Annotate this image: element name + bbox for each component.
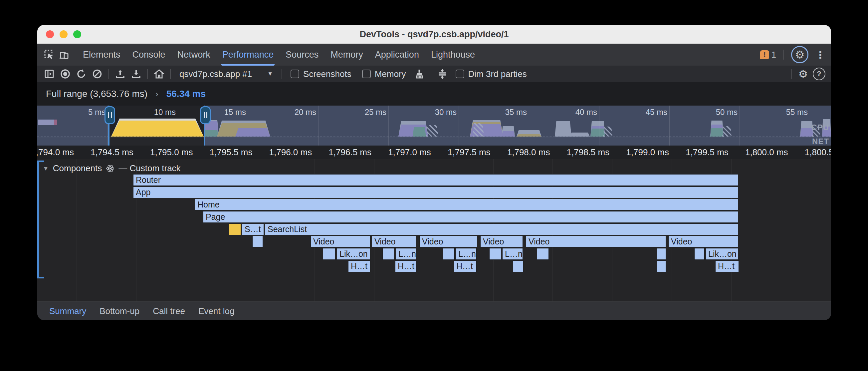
flame-bar-ht[interactable]: H…t: [348, 260, 370, 272]
breadcrumb-full-range[interactable]: Full range (3,653.76 ms): [46, 89, 148, 99]
flame-bar[interactable]: [229, 224, 241, 235]
track-header[interactable]: ▼ Components — Custom track: [42, 163, 181, 173]
checkbox-label: Screenshots: [303, 69, 351, 79]
collect-garbage-icon[interactable]: [412, 67, 427, 81]
ruler-label: 25 ms: [333, 108, 386, 117]
screenshots-checkbox[interactable]: Screenshots: [290, 69, 351, 79]
flame-bar-video[interactable]: Video: [526, 236, 666, 248]
panel-tabs: ElementsConsoleNetworkPerformanceSources…: [77, 44, 481, 66]
ruler-tick: [459, 106, 459, 146]
flame-bar-video[interactable]: Video: [420, 236, 477, 248]
ruler-tick: [810, 106, 810, 146]
download-profile-icon[interactable]: [129, 67, 144, 81]
chevron-down-icon: ▼: [267, 70, 273, 77]
flame-bar[interactable]: [657, 248, 666, 260]
flame-bar-ht[interactable]: H…t: [715, 260, 739, 272]
help-icon[interactable]: ?: [812, 67, 827, 81]
inspect-element-icon[interactable]: [42, 48, 57, 62]
flame-bar[interactable]: [323, 248, 336, 260]
tab-lighthouse[interactable]: Lighthouse: [430, 44, 476, 66]
checkbox-icon: [456, 69, 464, 78]
track-suffix: — Custom track: [119, 163, 180, 173]
tab-memory[interactable]: Memory: [330, 44, 364, 66]
tab-sources[interactable]: Sources: [285, 44, 319, 66]
toggle-sidebar-icon[interactable]: [42, 67, 57, 81]
flame-bar-ln[interactable]: L…n: [396, 248, 416, 260]
flame-bar-page[interactable]: Page: [203, 211, 738, 223]
tab-application[interactable]: Application: [374, 44, 420, 66]
upload-profile-icon[interactable]: [113, 67, 127, 81]
tab-console[interactable]: Console: [131, 44, 166, 66]
selection-handle-right-knob[interactable]: [200, 106, 211, 124]
flame-bar-likon[interactable]: Lik…on: [706, 248, 738, 260]
flame-bar-likon[interactable]: Lik…on: [337, 248, 370, 260]
issues-badge[interactable]: ! 1: [760, 50, 776, 60]
flame-bar-video[interactable]: Video: [311, 236, 370, 248]
settings-button-active[interactable]: ⚙: [791, 46, 808, 63]
breadcrumb-selected-range[interactable]: 56.34 ms: [166, 89, 206, 99]
dim-3rd-parties-checkbox[interactable]: Dim 3rd parties: [456, 69, 527, 79]
bottom-tab-calltree[interactable]: Call tree: [151, 302, 186, 320]
bottom-tabbar: SummaryBottom-upCall treeEvent log: [37, 302, 831, 320]
flame-bar-ht[interactable]: H…t: [454, 260, 476, 272]
flame-bar-ln[interactable]: L…n: [456, 248, 476, 260]
close-button[interactable]: [46, 30, 54, 38]
kebab-menu[interactable]: ⋮: [813, 48, 828, 62]
device-toolbar-icon[interactable]: [57, 48, 71, 62]
flame-bar-st[interactable]: S…t: [242, 224, 264, 235]
flame-bar-ht[interactable]: H…t: [395, 260, 416, 272]
flame-bar-router[interactable]: Router: [133, 174, 738, 186]
ruler-label: 5 ms: [52, 108, 105, 117]
axis-label: 1,796.0 ms: [249, 147, 312, 158]
divider: [431, 69, 431, 79]
flame-bar-video[interactable]: Video: [372, 236, 416, 248]
flame-bar-video[interactable]: Video: [668, 236, 738, 248]
tab-network[interactable]: Network: [176, 44, 211, 66]
capture-settings-gear-icon[interactable]: ⚙: [796, 67, 810, 81]
flame-bar-searchlist[interactable]: SearchList: [265, 224, 738, 235]
bottom-tab-summary[interactable]: Summary: [48, 302, 88, 320]
cpu-lane-label: CPU: [811, 123, 829, 132]
bottom-tab-eventlog[interactable]: Event log: [197, 302, 236, 320]
flame-bar-app[interactable]: App: [133, 187, 738, 198]
ruler-tick: [318, 106, 318, 146]
flame-bar-video[interactable]: Video: [480, 236, 523, 248]
ruler-label: 40 ms: [544, 108, 597, 117]
zoom-button[interactable]: [73, 30, 81, 38]
flame-bar[interactable]: [657, 260, 666, 272]
range-breadcrumbs: Full range (3,653.76 ms) › 56.34 ms: [37, 82, 831, 106]
ruler-label: 45 ms: [614, 108, 667, 117]
clear-icon[interactable]: [90, 67, 104, 81]
minimize-button[interactable]: [60, 30, 68, 38]
react-atom-icon: [106, 164, 115, 173]
flame-bar[interactable]: [694, 248, 705, 260]
flame-bar-ln[interactable]: L…n: [502, 248, 523, 260]
flame-bar[interactable]: [513, 260, 524, 272]
flame-bar[interactable]: [537, 248, 549, 260]
axis-label: 1,797.5 ms: [427, 147, 491, 158]
memory-checkbox[interactable]: Memory: [362, 69, 406, 79]
home-icon[interactable]: [152, 67, 166, 81]
shortcuts-panel-icon[interactable]: [435, 67, 450, 81]
kebab-icon: ⋮: [815, 49, 826, 61]
flame-bar[interactable]: [489, 248, 501, 260]
reload-record-icon[interactable]: [74, 67, 89, 81]
target-selector[interactable]: qsvd7p.csb.app #1 ▼: [175, 69, 278, 79]
flame-chart[interactable]: ▼ Components — Custom track RouterAppHom…: [37, 159, 831, 302]
flame-bar[interactable]: [252, 236, 263, 248]
axis-label: 1,794.0 ms: [37, 147, 74, 158]
checkbox-icon: [290, 69, 299, 78]
flame-bar[interactable]: [443, 248, 455, 260]
flame-bar-home[interactable]: Home: [195, 199, 738, 210]
selection-handle-left-knob[interactable]: [104, 106, 115, 124]
timeline-overview[interactable]: CPU NET 5 ms10 ms15 ms20 ms25 ms30 ms35 …: [37, 106, 831, 146]
axis-label: 1,799.5 ms: [665, 147, 728, 158]
axis-label: 1,794.5 ms: [70, 147, 133, 158]
tab-elements[interactable]: Elements: [82, 44, 122, 66]
bottom-tab-bottomup[interactable]: Bottom-up: [98, 302, 141, 320]
divider: [792, 69, 792, 79]
record-icon[interactable]: [58, 67, 72, 81]
flame-bar[interactable]: [382, 248, 394, 260]
ruler-label: 20 ms: [263, 108, 316, 117]
tab-performance[interactable]: Performance: [221, 44, 275, 66]
